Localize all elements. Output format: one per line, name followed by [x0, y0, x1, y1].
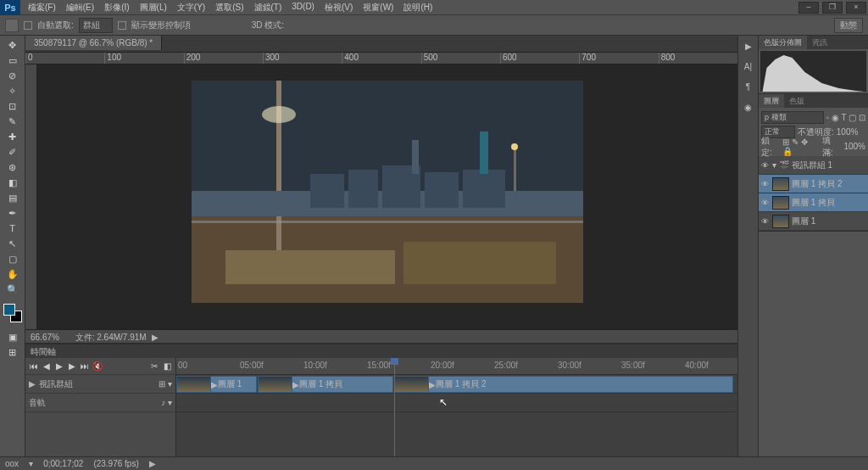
- ruler-horizontal: 0100200300400500600700800: [25, 53, 737, 64]
- tl-play[interactable]: ▶: [54, 361, 64, 372]
- timeline-ruler[interactable]: 00 05:00f 10:00f 15:00f 20:00f 25:00f 30…: [176, 358, 737, 375]
- menu-file[interactable]: 檔案(F): [24, 0, 60, 15]
- canvas-image: [192, 81, 583, 303]
- tl-next-frame[interactable]: ▶: [67, 361, 77, 372]
- show-transform-label: 顯示變形控制項: [131, 20, 191, 31]
- window-minimize[interactable]: –: [798, 2, 819, 14]
- layer-kind[interactable]: p 種類: [761, 111, 824, 124]
- tl-split[interactable]: ✂: [149, 361, 159, 372]
- dock-swatch-icon[interactable]: ◉: [741, 100, 756, 115]
- clip-2[interactable]: ▶ 圖層 1 拷貝: [258, 376, 393, 393]
- zoom-level[interactable]: 66.67%: [31, 333, 59, 342]
- layer-item-2[interactable]: 👁 圖層 1: [759, 212, 868, 231]
- workspace-button[interactable]: 動態: [834, 18, 863, 33]
- video-track[interactable]: ▶ 圖層 1 ▶ 圖層 1 拷貝 ▶ 圖層 1 拷貝 2: [176, 375, 737, 394]
- lasso-tool[interactable]: ⊘: [3, 68, 23, 83]
- audio-track[interactable]: [176, 394, 737, 412]
- pen-tool[interactable]: ✒: [3, 205, 23, 221]
- menu-view[interactable]: 檢視(V): [320, 0, 357, 15]
- menu-edit[interactable]: 編輯(E): [62, 0, 98, 15]
- move-tool[interactable]: ✥: [3, 37, 23, 53]
- svg-point-3: [262, 106, 296, 123]
- timeline-tab[interactable]: 時間軸: [25, 344, 737, 358]
- menu-window[interactable]: 視窗(W): [359, 0, 398, 15]
- healing-tool[interactable]: ✚: [3, 129, 23, 144]
- shape-tool[interactable]: ▢: [3, 251, 23, 266]
- layer-thumb: [772, 177, 789, 191]
- svg-rect-12: [412, 140, 419, 174]
- doc-status-bar: 66.67% 文件: 2.64M/7.91M ▶: [25, 329, 737, 343]
- clip-1[interactable]: ▶ 圖層 1: [176, 376, 257, 393]
- layer-item-1[interactable]: 👁 圖層 1 拷貝: [759, 193, 868, 212]
- ruler-vertical: [25, 64, 37, 329]
- fill-value[interactable]: 100%: [843, 142, 865, 151]
- mode-3d-label: 3D 模式:: [252, 20, 284, 31]
- document-tabs: 350879117 @ 66.7% (RGB/8) *: [25, 36, 737, 53]
- auto-select-group[interactable]: 群組: [79, 18, 113, 33]
- eye-icon[interactable]: 👁: [761, 217, 770, 226]
- clip-3[interactable]: ▶ 圖層 1 拷貝 2: [394, 376, 733, 393]
- menu-layer[interactable]: 圖層(L): [136, 0, 171, 15]
- zoom-tool[interactable]: 🔍: [3, 282, 23, 297]
- screenmode-tool[interactable]: ⊞: [3, 344, 23, 360]
- path-tool[interactable]: ↖: [3, 236, 23, 251]
- brush-tool[interactable]: ✐: [3, 144, 23, 159]
- eye-icon[interactable]: 👁: [761, 180, 770, 188]
- crop-tool[interactable]: ⊡: [3, 98, 23, 114]
- menu-help[interactable]: 說明(H): [399, 0, 437, 15]
- info-tab[interactable]: 資訊: [807, 36, 832, 49]
- color-swatches[interactable]: [3, 304, 22, 322]
- stamp-tool[interactable]: ⊛: [3, 159, 23, 175]
- dock-play-icon[interactable]: ▶: [741, 39, 756, 54]
- svg-rect-15: [225, 250, 395, 284]
- histogram-graph: [760, 51, 866, 92]
- eyedropper-tool[interactable]: ✎: [3, 114, 23, 129]
- svg-rect-8: [348, 170, 378, 208]
- window-restore[interactable]: ❐: [822, 2, 843, 14]
- track-video-label[interactable]: 視訊群組: [39, 378, 73, 390]
- wand-tool[interactable]: ✧: [3, 83, 23, 98]
- panel-dock: ▶ A| ¶ ◉: [737, 36, 758, 470]
- tl-first-frame[interactable]: ⏮: [29, 361, 39, 372]
- menu-type[interactable]: 文字(Y): [173, 0, 209, 15]
- layer-thumb: [772, 215, 789, 228]
- eye-icon[interactable]: 👁: [761, 199, 770, 207]
- dock-char-icon[interactable]: A|: [741, 59, 756, 75]
- tool-preset-icon[interactable]: [5, 19, 19, 32]
- document-tab[interactable]: 350879117 @ 66.7% (RGB/8) *: [25, 36, 162, 50]
- tl-mute[interactable]: 🔇: [92, 361, 103, 372]
- type-tool[interactable]: T: [3, 221, 23, 236]
- menu-image[interactable]: 影像(I): [100, 0, 133, 15]
- menu-3d[interactable]: 3D(D): [287, 0, 319, 15]
- options-bar: 自動選取: 群組 顯示變形控制項 3D 模式: 動態: [0, 15, 868, 36]
- layer-thumb: [772, 196, 789, 210]
- channels-tab[interactable]: 色版: [784, 94, 810, 108]
- track-audio-label[interactable]: 音軌: [29, 397, 46, 409]
- menu-select[interactable]: 選取(S): [211, 0, 248, 15]
- timeline-panel: 時間軸 ⏮ ◀ ▶ ▶ ⏭ 🔇 ✂ ◧ ▶: [25, 343, 737, 470]
- tl-prev-frame[interactable]: ◀: [42, 361, 52, 372]
- window-close[interactable]: ×: [846, 2, 866, 14]
- quickmask-tool[interactable]: ▣: [3, 329, 23, 344]
- layer-item-0[interactable]: 👁 圖層 1 拷貝 2: [759, 175, 868, 193]
- file-info: 文件: 2.64M/7.91M: [75, 333, 147, 342]
- menu-filter[interactable]: 濾鏡(T): [250, 0, 287, 15]
- tl-last-frame[interactable]: ⏭: [80, 361, 90, 372]
- layer-group[interactable]: 👁 ▾ 🎬 視訊群組 1: [759, 156, 868, 175]
- auto-select-checkbox[interactable]: [24, 21, 32, 30]
- svg-rect-14: [192, 221, 583, 223]
- tl-transition[interactable]: ◧: [162, 361, 172, 372]
- svg-rect-16: [403, 242, 556, 284]
- gradient-tool[interactable]: ▤: [3, 190, 23, 205]
- dock-para-icon[interactable]: ¶: [741, 80, 756, 95]
- eraser-tool[interactable]: ◧: [3, 175, 23, 190]
- canvas-area[interactable]: [37, 64, 737, 329]
- histogram-tab[interactable]: 色版分佈圖: [759, 36, 807, 49]
- playhead[interactable]: [394, 358, 395, 470]
- eye-icon[interactable]: 👁: [761, 161, 770, 170]
- hand-tool[interactable]: ✋: [3, 266, 23, 282]
- layers-tab[interactable]: 圖層: [759, 94, 784, 108]
- status-left: oox: [5, 459, 19, 468]
- show-transform-checkbox[interactable]: [118, 21, 126, 30]
- marquee-tool[interactable]: ▭: [3, 53, 23, 68]
